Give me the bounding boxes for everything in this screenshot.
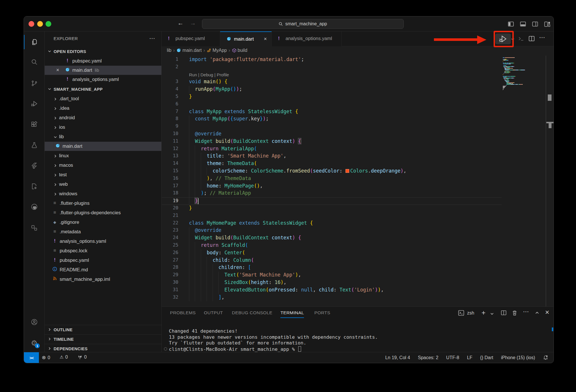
- sidebar-item-project-manager[interactable]: [31, 183, 38, 190]
- overview-ruler-marker[interactable]: [548, 94, 552, 101]
- code-line-8[interactable]: 8 const MyApp({super.key});: [162, 115, 502, 123]
- tree-item-.dart_tool[interactable]: .dart_tool: [45, 94, 161, 103]
- code-line-27[interactable]: 27 child: Column(: [162, 257, 502, 264]
- sidebar-item-search[interactable]: [31, 58, 38, 65]
- tab-analysis_options.yaml[interactable]: !analysis_options.yaml: [272, 31, 342, 46]
- breadcrumb-item-lib[interactable]: lib: [167, 48, 171, 53]
- code-editor[interactable]: 1import 'package:flutter/material.dart';…: [162, 56, 554, 306]
- tree-item-.flutter-plugins-dependencies[interactable]: ≡.flutter-plugins-dependencies: [45, 208, 161, 217]
- panel-tab-debug-console[interactable]: DEBUG CONSOLE: [232, 310, 272, 315]
- status-feedback-count[interactable]: 0: [78, 355, 87, 360]
- code-line-31[interactable]: 31 ElevatedButton(onPressed: null, child…: [162, 287, 502, 294]
- section-timeline[interactable]: TIMELINE: [45, 334, 161, 344]
- tree-item-pubspec.lock[interactable]: ≡pubspec.lock: [45, 246, 161, 255]
- maximize-panel-icon[interactable]: [535, 311, 539, 316]
- codelens-run-debug-profile[interactable]: Run | Debug | Profile: [189, 72, 229, 77]
- code-line-30[interactable]: 30 SizedBox(height: 16),: [162, 279, 502, 287]
- window-close-button[interactable]: [29, 21, 34, 27]
- window-minimize-button[interactable]: [37, 21, 43, 27]
- tab-main.dart[interactable]: main.dart×: [220, 31, 272, 46]
- code-line-25[interactable]: 25 return Scaffold(: [162, 242, 502, 249]
- sidebar-item-run-and-debug[interactable]: [31, 100, 38, 107]
- code-line-6[interactable]: 6: [162, 101, 502, 108]
- sidebar-item-testing[interactable]: [31, 142, 38, 149]
- status-error-count[interactable]: ⊗0: [42, 355, 50, 361]
- close-panel-icon[interactable]: ✕: [545, 309, 549, 316]
- notifications-bell-icon[interactable]: [543, 355, 548, 361]
- status-warning-count[interactable]: ⚠0: [60, 355, 68, 360]
- code-line-29[interactable]: 29 Text('Smart Machine App'),: [162, 272, 502, 279]
- code-line-18[interactable]: 18 ); // MaterialApp: [162, 190, 502, 197]
- code-line-10[interactable]: 10 @override: [162, 130, 502, 138]
- tree-item-android[interactable]: android: [45, 113, 161, 122]
- tree-item-test[interactable]: test: [45, 170, 161, 179]
- code-line-7[interactable]: 7class MyApp extends StatelessWidget {: [162, 108, 502, 116]
- tree-item-README.md[interactable]: README.md: [45, 265, 161, 274]
- tree-item-.gitignore[interactable]: ◆.gitignore: [45, 218, 161, 227]
- command-center-search[interactable]: smart_machine_app: [202, 19, 404, 29]
- forward-icon[interactable]: →: [190, 20, 196, 26]
- sidebar-item-source-control[interactable]: [31, 80, 38, 87]
- launch-profile-chevron-icon[interactable]: [490, 312, 494, 317]
- code-line-20[interactable]: 20}: [162, 205, 502, 212]
- tree-item-pubspec.yaml[interactable]: !pubspec.yaml: [45, 256, 161, 265]
- open-editor-item-main.dart[interactable]: ×main.dartlib: [45, 66, 161, 75]
- panel-tab-output[interactable]: OUTPUT: [204, 310, 223, 315]
- tab-pubspec.yaml[interactable]: !pubspec.yaml: [162, 31, 220, 46]
- new-terminal-icon[interactable]: +: [481, 309, 486, 317]
- code-line-32[interactable]: 32 ],: [162, 294, 502, 302]
- tree-item-web[interactable]: web: [45, 180, 161, 189]
- tree-item-.flutter-plugins[interactable]: ≡.flutter-plugins: [45, 199, 161, 208]
- code-line-28[interactable]: 28 children: [: [162, 264, 502, 272]
- status-item-spaces-2[interactable]: Spaces: 2: [418, 355, 438, 360]
- accounts-button[interactable]: [31, 319, 38, 325]
- sidebar-item-github[interactable]: [31, 203, 38, 210]
- code-line-22[interactable]: 22class MyHomePage extends StatelessWidg…: [162, 220, 502, 227]
- status-item-lf[interactable]: LF: [467, 355, 473, 360]
- sidebar-item-remote-explorer[interactable]: [31, 224, 38, 231]
- open-editor-item-analysis_options.yaml[interactable]: !analysis_options.yaml: [45, 75, 161, 84]
- open-editors-section[interactable]: OPEN EDITORS: [45, 47, 161, 56]
- settings-button[interactable]: ⚙1: [31, 340, 38, 346]
- breadcrumb-item-build[interactable]: build: [232, 48, 248, 54]
- code-line-12[interactable]: 12 return MaterialApp(: [162, 145, 502, 153]
- status-item-iphone-15-ios-[interactable]: iPhone (15) (ios): [501, 355, 535, 360]
- panel-tab-ports[interactable]: PORTS: [314, 310, 330, 315]
- code-line-15[interactable]: 15 colorScheme: ColorScheme.fromSeed(see…: [162, 168, 502, 175]
- tree-item-windows[interactable]: windows: [45, 189, 161, 198]
- section-dependencies[interactable]: DEPENDENCIES: [45, 344, 161, 353]
- open-terminal-icon[interactable]: [518, 35, 525, 43]
- sidebar-item-extensions[interactable]: [31, 121, 38, 128]
- code-line-1[interactable]: 1import 'package:flutter/material.dart';: [162, 56, 502, 64]
- tree-item-.metadata[interactable]: ≡.metadata: [45, 227, 161, 236]
- tree-item-.idea[interactable]: .idea: [45, 104, 161, 113]
- terminal-prompt[interactable]: clint@Clints-MacBook-Air smart_machine_a…: [169, 346, 301, 352]
- status-item-utf-8[interactable]: UTF-8: [446, 355, 459, 360]
- code-line-16[interactable]: 16 ), // ThemeData: [162, 175, 502, 183]
- sidebar-item-explorer[interactable]: [31, 39, 38, 46]
- split-editor-icon[interactable]: [528, 35, 535, 43]
- tree-item-analysis_options.yaml[interactable]: !analysis_options.yaml: [45, 237, 161, 246]
- code-line-11[interactable]: 11 Widget build(BuildContext context) {: [162, 138, 502, 145]
- code-line-13[interactable]: 13 title: 'Smart Machine App',: [162, 153, 502, 160]
- code-line-17[interactable]: 17 home: MyHomePage(),: [162, 183, 502, 190]
- tree-item-ios[interactable]: ios: [45, 123, 161, 132]
- tree-item-lib[interactable]: lib: [45, 132, 161, 141]
- section-outline[interactable]: OUTLINE: [45, 325, 161, 334]
- remote-indicator[interactable]: ><: [24, 352, 39, 363]
- project-section[interactable]: SMART_MACHINE_APP: [45, 85, 161, 94]
- back-icon[interactable]: ←: [177, 20, 184, 26]
- breadcrumb-item-main.dart[interactable]: main.dart: [176, 48, 202, 54]
- kill-terminal-trash-icon[interactable]: [511, 310, 518, 317]
- minimap[interactable]: [502, 57, 534, 305]
- panel-more-actions-icon[interactable]: ⋯: [523, 308, 529, 315]
- tree-item-macos[interactable]: macos: [45, 161, 161, 170]
- terminal-shell-label[interactable]: zsh: [467, 310, 474, 316]
- close-icon[interactable]: ×: [56, 67, 59, 73]
- code-line-24[interactable]: 24 Widget build(BuildContext context) {: [162, 234, 502, 242]
- explorer-more-actions-icon[interactable]: ⋯: [149, 35, 155, 42]
- tree-item-linux[interactable]: linux: [45, 151, 161, 160]
- code-line-2[interactable]: 2: [162, 64, 502, 71]
- status-item-ln-19-col-4[interactable]: Ln 19, Col 4: [385, 355, 410, 360]
- tree-item-smart_machine_app.iml[interactable]: smart_machine_app.iml: [45, 275, 161, 284]
